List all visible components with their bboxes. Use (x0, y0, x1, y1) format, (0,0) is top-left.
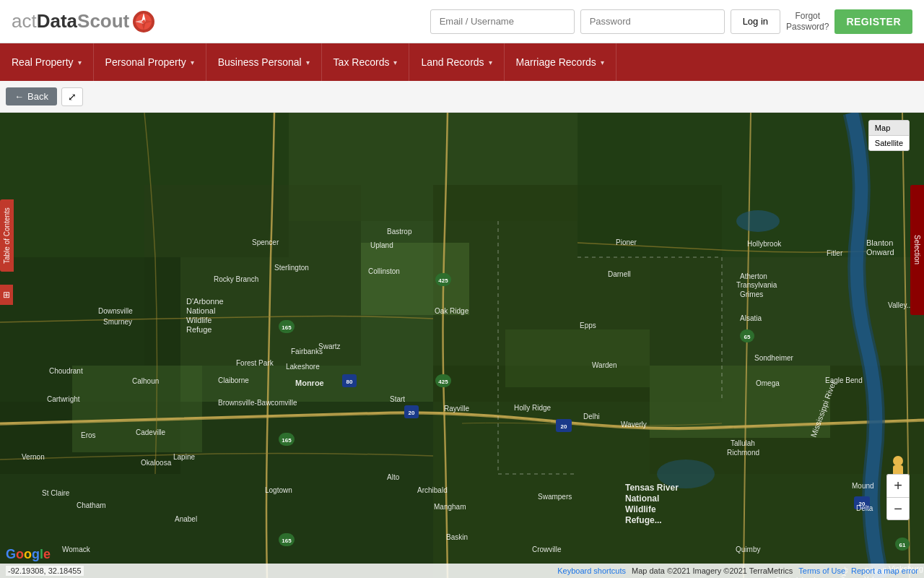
svg-text:Alsatia: Alsatia (740, 314, 762, 322)
svg-text:Lapine: Lapine (173, 453, 195, 461)
svg-point-135 (893, 456, 903, 466)
svg-text:Cartwright: Cartwright (47, 395, 80, 403)
svg-text:Holly Ridge: Holly Ridge (514, 404, 552, 412)
keyboard-shortcuts-link[interactable]: Keyboard shortcuts (557, 566, 626, 575)
svg-text:Cadeville: Cadeville (136, 428, 166, 436)
svg-text:Tensas River: Tensas River (625, 483, 679, 493)
svg-text:Womack: Womack (62, 545, 91, 553)
toc-label: Table of Contents (3, 207, 11, 264)
svg-text:Smurney: Smurney (103, 318, 132, 326)
svg-text:Atherton: Atherton (740, 272, 767, 280)
svg-text:Calhoun: Calhoun (132, 377, 159, 385)
svg-text:165: 165 (282, 324, 292, 331)
svg-text:Okaloosa: Okaloosa (141, 459, 172, 467)
selection-label: Selection (913, 235, 921, 264)
fullscreen-button[interactable]: ⤢ (61, 87, 83, 106)
svg-text:Delhi: Delhi (583, 413, 600, 420)
back-button[interactable]: ← Back (6, 87, 57, 105)
svg-text:Epps: Epps (580, 322, 596, 329)
svg-text:Lakeshore: Lakeshore (286, 363, 320, 371)
real-property-caret-icon: ▾ (78, 59, 82, 66)
fullscreen-icon: ⤢ (68, 91, 77, 103)
table-of-contents-tab[interactable]: Table of Contents (0, 199, 14, 272)
nav-item-personal-property[interactable]: Personal Property ▾ (94, 43, 206, 81)
svg-text:Wildlife: Wildlife (625, 504, 656, 514)
svg-rect-16 (361, 243, 469, 315)
svg-text:425: 425 (438, 379, 448, 385)
svg-text:Mangham: Mangham (434, 503, 466, 511)
logo-icon (132, 10, 155, 33)
svg-text:Mound: Mound (852, 482, 874, 490)
nav-item-land-records[interactable]: Land Records ▾ (409, 43, 504, 81)
tax-records-caret-icon: ▾ (393, 59, 397, 66)
svg-text:Chatham: Chatham (77, 501, 106, 509)
map-bottom-bar: Keyboard shortcuts Map data ©2021 Imager… (0, 564, 924, 578)
svg-text:Archibald: Archibald (417, 486, 448, 494)
svg-text:Eros: Eros (81, 431, 96, 439)
svg-point-20 (736, 210, 780, 232)
nav-item-marriage-records[interactable]: Marriage Records ▾ (505, 43, 616, 81)
back-label: Back (27, 91, 48, 102)
toolbar: ← Back ⤢ (0, 81, 924, 113)
svg-text:Logtown: Logtown (265, 486, 292, 494)
svg-text:165: 165 (282, 437, 292, 444)
svg-text:Spencer: Spencer (252, 238, 279, 246)
login-button[interactable]: Log in (731, 9, 780, 34)
svg-text:65: 65 (744, 334, 751, 340)
svg-text:Refuge: Refuge (186, 325, 212, 334)
email-input[interactable] (430, 9, 575, 34)
svg-text:425: 425 (438, 277, 448, 284)
forgot-password-button[interactable]: ForgotPassword? (786, 11, 829, 32)
terms-link[interactable]: Terms of Use (798, 566, 845, 575)
svg-text:Darnell: Darnell (608, 270, 631, 278)
land-records-caret-icon: ▾ (489, 59, 492, 66)
svg-text:Start: Start (390, 395, 405, 403)
svg-text:Hollybrook: Hollybrook (747, 240, 782, 248)
svg-text:Monroe: Monroe (295, 379, 324, 387)
svg-text:Brownsville-Bawcomville: Brownsville-Bawcomville (218, 399, 297, 407)
svg-text:Bastrop: Bastrop (387, 228, 412, 236)
logo-text: actDataScout (12, 10, 129, 33)
nav-label-tax-records: Tax Records (334, 56, 390, 68)
svg-text:National: National (186, 306, 215, 315)
map-data-text: Map data ©2021 Imagery ©2021 TerraMetric… (632, 566, 793, 575)
svg-text:Blanton: Blanton (866, 238, 893, 247)
svg-text:Pioner: Pioner (616, 238, 637, 246)
svg-text:Fitler: Fitler (827, 249, 843, 257)
svg-text:Rocky Branch: Rocky Branch (214, 275, 258, 283)
svg-text:Rayville: Rayville (444, 405, 469, 413)
selection-tab[interactable]: Selection (910, 185, 924, 315)
google-logo: Google (6, 547, 51, 562)
nav-label-land-records: Land Records (421, 56, 484, 68)
svg-text:D'Arbonne: D'Arbonne (186, 297, 224, 306)
navbar: Real Property ▾ Personal Property ▾ Busi… (0, 43, 924, 81)
svg-text:Richmond: Richmond (727, 449, 759, 457)
svg-text:Tallulah: Tallulah (731, 439, 755, 447)
svg-text:National: National (625, 493, 659, 504)
svg-text:St Claire: St Claire (42, 489, 70, 497)
svg-text:Crowville: Crowville (532, 545, 562, 553)
report-link[interactable]: Report a map error (851, 566, 918, 575)
zoom-out-button[interactable]: − (886, 497, 910, 520)
nav-item-business-personal[interactable]: Business Personal ▾ (206, 43, 322, 81)
svg-text:Refuge...: Refuge... (625, 515, 662, 525)
map-bottom-right: Keyboard shortcuts Map data ©2021 Imager… (557, 566, 918, 575)
nav-item-real-property[interactable]: Real Property ▾ (0, 43, 94, 81)
svg-text:61: 61 (899, 542, 906, 548)
zoom-in-button[interactable]: + (886, 474, 910, 497)
password-input[interactable] (580, 9, 725, 34)
logo-container: actDataScout (12, 10, 155, 33)
map-container[interactable]: 20 165 165 165 425 425 425 80 65 65 61 2… (0, 113, 924, 578)
personal-property-caret-icon: ▾ (191, 59, 194, 66)
register-button[interactable]: REGISTER (834, 9, 912, 34)
layers-icon: ⊞ (3, 290, 10, 300)
svg-text:Quimby: Quimby (736, 545, 760, 553)
map-view-button[interactable]: Map (869, 121, 909, 136)
svg-rect-17 (505, 329, 650, 387)
satellite-view-button[interactable]: Satellite (869, 136, 909, 150)
nav-item-tax-records[interactable]: Tax Records ▾ (322, 43, 410, 81)
map-type-controls: Map Satellite (868, 120, 910, 151)
map-layers-tab[interactable]: ⊞ (0, 285, 13, 305)
map-zoom-controls: + − (886, 474, 910, 520)
svg-text:20: 20 (561, 423, 567, 430)
